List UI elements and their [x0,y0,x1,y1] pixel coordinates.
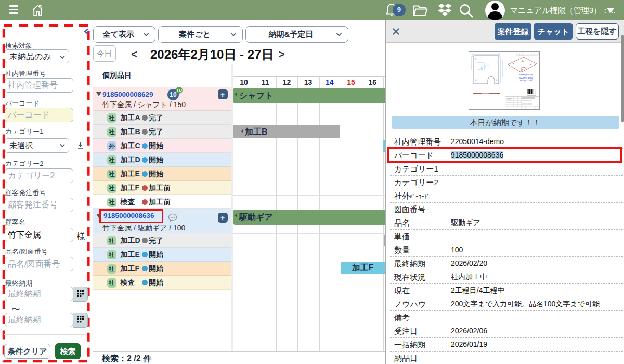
svg-text:9xD+(9+(2.5R6): 9xD+(9+(2.5R6) [520,80,532,82]
svg-text:6PRB6(8603.5R): 6PRB6(8603.5R) [519,74,533,76]
svg-text:9185000008636: 9185000008636 [527,95,536,96]
